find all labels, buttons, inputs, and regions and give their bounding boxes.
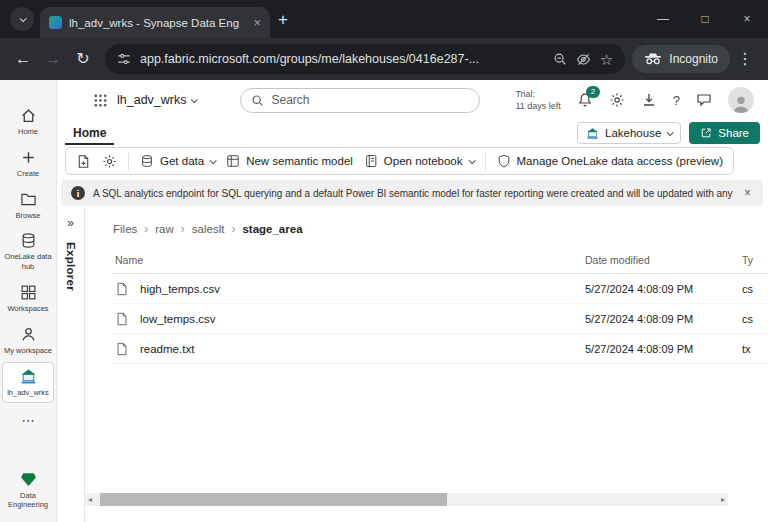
tab-title: lh_adv_wrks - Synapse Data Eng [69, 17, 246, 29]
tab-search-button[interactable] [10, 7, 34, 31]
nav-rail: Home Create Browse [0, 80, 57, 522]
sidebar-item-home[interactable]: Home [2, 102, 54, 141]
download-icon[interactable] [641, 92, 657, 108]
waffle-icon[interactable] [93, 93, 108, 108]
incognito-icon [644, 53, 662, 65]
breadcrumb-item-saleslt[interactable]: saleslt [192, 223, 225, 235]
trial-status: Trial: 11 days left [515, 88, 560, 112]
column-header-name[interactable]: Name [115, 254, 143, 266]
sidebar-item-workspaces[interactable]: Workspaces [2, 279, 54, 318]
incognito-badge: Incognito [632, 45, 730, 73]
horizontal-scrollbar[interactable]: ◂ ▸ [85, 493, 728, 506]
new-item-button[interactable] [76, 154, 91, 169]
back-button[interactable]: ← [8, 51, 38, 67]
column-header-modified[interactable]: Date modified [585, 254, 650, 266]
folder-icon [20, 191, 37, 208]
table-row[interactable]: readme.txt 5/27/2024 4:08:09 PM tx [113, 334, 768, 364]
header-actions: Trial: 11 days left 2 [515, 87, 758, 113]
breadcrumb-item-files[interactable]: Files [113, 223, 137, 235]
share-button[interactable]: Share [689, 122, 760, 144]
file-modified: 5/27/2024 4:08:09 PM [585, 313, 693, 325]
browser-tab[interactable]: lh_adv_wrks - Synapse Data Eng × [40, 7, 270, 38]
sidebar-item-lakehouse-selected[interactable]: lh_adv_wrks [2, 362, 54, 403]
sidebar-item-data-engineering[interactable]: Data Engineering [2, 466, 54, 515]
chevron-right-icon: › [181, 222, 185, 236]
explorer-pane-title: Explorer [65, 242, 77, 291]
notification-badge: 2 [586, 86, 599, 98]
workspace-selector[interactable]: lh_adv_wrks [117, 93, 186, 107]
banner-close-icon[interactable]: × [742, 186, 753, 200]
lakehouse-mode-selector[interactable]: Lakehouse [577, 122, 681, 144]
manage-onelake-access-label: Manage OneLake data access (preview) [517, 155, 723, 167]
breadcrumb-item-current: stage_area [242, 223, 302, 235]
account-avatar[interactable] [728, 87, 754, 113]
file-name[interactable]: high_temps.csv [140, 283, 220, 295]
sidebar-item-my-workspace[interactable]: My workspace [2, 321, 54, 360]
expand-pane-button[interactable]: » [67, 216, 74, 230]
search-input[interactable] [271, 93, 469, 107]
table-row[interactable]: high_temps.csv 5/27/2024 4:08:09 PM cs [113, 274, 768, 304]
feedback-icon[interactable] [696, 92, 712, 108]
new-tab-button[interactable]: + [278, 11, 288, 28]
tab-home[interactable]: Home [65, 122, 114, 145]
notifications-button[interactable]: 2 [577, 92, 593, 108]
help-button[interactable]: ? [673, 94, 680, 107]
new-semantic-model-button[interactable]: New semantic model [226, 154, 353, 168]
settings-gear-icon[interactable] [609, 92, 625, 108]
file-name[interactable]: low_temps.csv [140, 313, 215, 325]
trial-label: Trial: [515, 88, 560, 100]
file-type: tx [742, 343, 751, 355]
file-type: cs [742, 313, 753, 325]
file-icon [115, 282, 129, 296]
table-header: Name Date modified Ty [113, 248, 768, 274]
browser-menu-button[interactable]: ⋮ [730, 51, 760, 67]
eye-off-icon[interactable] [576, 52, 591, 67]
ribbon-command-group: Get data New semantic model Open note [65, 147, 734, 175]
person-icon [20, 326, 37, 343]
sidebar-item-browse[interactable]: Browse [2, 186, 54, 225]
browser-window: lh_adv_wrks - Synapse Data Eng × + — □ ×… [0, 0, 768, 522]
breadcrumb-item-raw[interactable]: raw [155, 223, 174, 235]
sidebar-item-onelake-data-hub[interactable]: OneLake data hub [2, 227, 54, 276]
window-maximize-button[interactable]: □ [684, 0, 726, 38]
bookmark-star-icon[interactable]: ☆ [600, 52, 613, 67]
address-bar[interactable]: app.fabric.microsoft.com/groups/me/lakeh… [105, 44, 625, 74]
new-semantic-model-label: New semantic model [246, 155, 353, 167]
open-notebook-label: Open notebook [384, 155, 463, 167]
file-name[interactable]: readme.txt [140, 343, 194, 355]
forward-button[interactable]: → [38, 51, 68, 67]
lakehouse-icon [20, 368, 37, 385]
manage-onelake-access-button[interactable]: Manage OneLake data access (preview) [497, 154, 723, 168]
scroll-right-arrow[interactable]: ▸ [721, 496, 725, 504]
database-icon [20, 232, 37, 249]
file-type: cs [742, 283, 753, 295]
scrollbar-thumb[interactable] [100, 493, 447, 506]
sidebar-more-button[interactable]: ⋯ [2, 406, 54, 434]
settings-gear-icon[interactable] [102, 154, 117, 169]
tabrow-actions: Lakehouse Share [577, 122, 760, 144]
banner-message: A SQL analytics endpoint for SQL queryin… [93, 188, 734, 199]
tab-close-icon[interactable]: × [253, 16, 261, 29]
table-row[interactable]: low_temps.csv 5/27/2024 4:08:09 PM cs [113, 304, 768, 334]
open-notebook-button[interactable]: Open notebook [364, 154, 474, 168]
get-data-label: Get data [160, 155, 204, 167]
site-info-icon[interactable] [117, 52, 131, 66]
chevron-down-icon [191, 96, 198, 103]
zoom-out-icon[interactable] [553, 52, 567, 66]
sidebar-item-create[interactable]: Create [2, 144, 54, 183]
search-box[interactable] [240, 88, 480, 113]
chevron-right-icon: › [231, 222, 235, 236]
chevron-down-icon [19, 15, 26, 22]
window-close-button[interactable]: × [726, 0, 768, 38]
chevron-right-icon: › [144, 222, 148, 236]
app-header: lh_adv_wrks Trial: 11 days left [57, 80, 768, 120]
scroll-left-arrow[interactable]: ◂ [88, 496, 92, 504]
plus-icon [20, 149, 37, 166]
refresh-button[interactable]: ↻ [68, 51, 98, 67]
lakehouse-icon [586, 127, 599, 140]
file-modified: 5/27/2024 4:08:09 PM [585, 343, 693, 355]
get-data-button[interactable]: Get data [140, 154, 215, 168]
column-header-type[interactable]: Ty [742, 254, 753, 266]
file-browser: Files › raw › saleslt › stage_area Name … [85, 208, 768, 522]
window-minimize-button[interactable]: — [642, 0, 684, 38]
